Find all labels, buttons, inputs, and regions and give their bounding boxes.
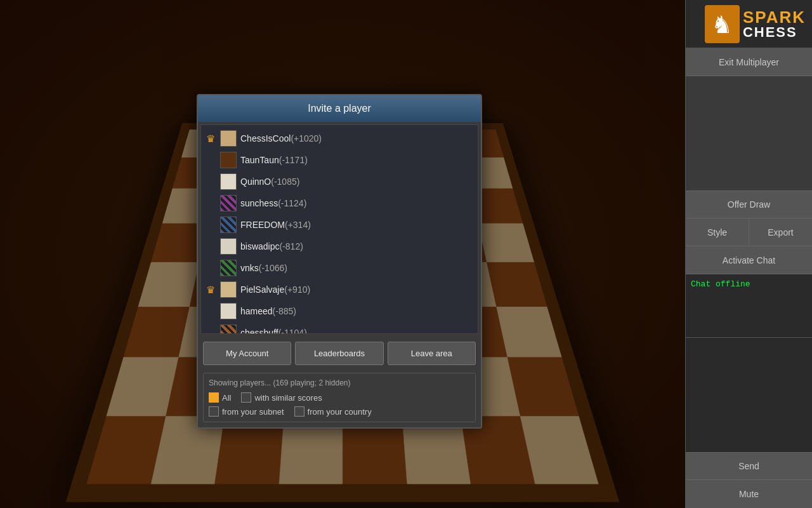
filter-country-label: from your country [308,407,372,417]
player-avatar [220,281,237,298]
player-name: sunchess [240,198,278,208]
player-score: (-1104) [278,328,307,334]
player-avatar [220,217,237,233]
player-avatar [220,173,237,190]
player-name: chessbuff [240,328,278,334]
player-row[interactable]: ♛ChessIsCool (+1020) [201,128,478,149]
player-score: (+314) [285,220,311,230]
send-button[interactable]: Send [686,452,812,480]
modal-title: Invite a player [308,103,371,114]
filter-similar-scores[interactable]: with similar scores [241,392,322,403]
player-name: QuinnO [240,177,271,187]
filter-title: Showing players... (169 playing; 2 hidde… [209,378,470,387]
spark-chess-header: ♞ SPARK CHESS [686,0,812,48]
modal-header: Invite a player [198,95,481,122]
filter-row-1: All with similar scores [209,392,470,403]
filter-all-label: All [222,393,231,403]
player-row[interactable]: sunchess (-1124) [201,192,478,214]
player-avatar [220,238,237,255]
player-avatar [220,324,237,334]
filter-similar-scores-label: with similar scores [254,393,322,403]
activate-chat-button[interactable]: Activate Chat [686,246,812,274]
mute-button[interactable]: Mute [686,480,812,508]
player-score: (+1020) [291,133,322,144]
middle-space [686,76,812,190]
player-avatar [220,130,237,147]
chat-input-area [686,338,812,452]
player-name: hameed [240,306,273,316]
player-score: (-1066) [259,263,287,273]
player-row[interactable]: chessbuff (-1104) [201,322,478,334]
style-export-row: Style Export [686,218,812,246]
chat-status: Chat offline [691,279,750,289]
player-row[interactable]: vnks (-1066) [201,257,478,279]
crown-icon: ♛ [206,284,218,296]
player-score: (-812) [279,241,303,251]
style-button[interactable]: Style [686,218,749,246]
modal-overlay: Invite a player ♛ChessIsCool (+1020)Taun… [0,0,685,508]
modal-actions: My Account Leaderboards Leave area [198,337,481,370]
player-score: (-1124) [278,198,306,208]
player-row[interactable]: QuinnO (-1085) [201,171,478,192]
chess-label: CHESS [743,25,797,39]
filter-subnet[interactable]: from your subnet [209,406,284,417]
player-row[interactable]: biswadipc (-812) [201,236,478,257]
filter-all[interactable]: All [209,392,231,403]
filter-row-2: from your subnet from your country [209,406,470,417]
filter-similar-scores-checkbox[interactable] [241,392,251,403]
player-score: (-1085) [271,177,299,187]
leaderboards-button[interactable]: Leaderboards [295,342,383,365]
leave-area-button[interactable]: Leave area [388,342,476,365]
player-row[interactable]: TaunTaun (-1171) [201,149,478,171]
player-score: (-1171) [279,155,308,165]
filter-country[interactable]: from your country [294,406,372,417]
filter-country-checkbox[interactable] [294,406,304,417]
player-name: PielSalvaje [240,284,284,295]
exit-multiplayer-button[interactable]: Exit Multiplayer [686,48,812,76]
crown-icon: ♛ [206,133,218,145]
players-list[interactable]: ♛ChessIsCool (+1020)TaunTaun (-1171)Quin… [200,124,478,334]
export-button[interactable]: Export [749,218,812,246]
my-account-button[interactable]: My Account [203,342,291,365]
player-avatar [220,152,237,168]
horse-icon: ♞ [705,5,740,43]
player-name: vnks [240,263,259,273]
chat-area: Chat offline [686,274,812,338]
player-avatar [220,303,237,319]
invite-modal: Invite a player ♛ChessIsCool (+1020)Taun… [197,94,482,429]
filter-section: Showing players... (169 playing; 2 hidde… [203,373,476,422]
player-name: FREEDOM [240,220,285,230]
svg-text:♞: ♞ [711,11,733,38]
spark-chess-logo: ♞ SPARK CHESS [705,5,806,43]
spark-label: SPARK [743,9,806,25]
player-score: (+910) [284,284,310,295]
filter-all-checkbox[interactable] [209,392,219,403]
filter-subnet-label: from your subnet [222,407,284,417]
spark-chess-text: SPARK CHESS [743,9,806,39]
offer-draw-button[interactable]: Offer Draw [686,190,812,218]
player-avatar [220,195,237,211]
player-row[interactable]: FREEDOM (+314) [201,214,478,236]
player-avatar [220,260,237,276]
player-name: TaunTaun [240,155,279,165]
player-score: (-885) [273,306,296,316]
player-row[interactable]: ♛PielSalvaje (+910) [201,279,478,300]
sidebar: ♞ SPARK CHESS Exit Multiplayer Offer Dra… [685,0,812,508]
player-row[interactable]: hameed (-885) [201,300,478,322]
player-name: biswadipc [240,241,279,251]
filter-subnet-checkbox[interactable] [209,406,219,417]
player-name: ChessIsCool [240,133,291,144]
